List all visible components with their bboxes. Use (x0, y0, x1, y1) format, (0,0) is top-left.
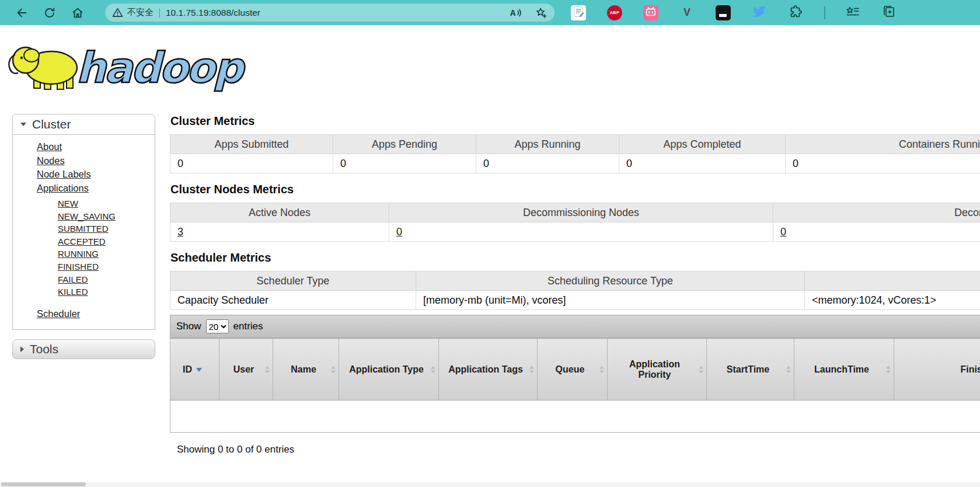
col-application-type[interactable]: Application Type (339, 339, 439, 401)
sidebar: Cluster About Nodes Node Labels Applicat… (12, 114, 155, 359)
sidebar-item-about[interactable]: About (37, 140, 155, 154)
col-finishtime[interactable]: FinishTime (894, 339, 980, 401)
screen-extension-button[interactable] (716, 5, 731, 20)
bilibili-extension-icon (644, 5, 657, 20)
minimum-allocation-value: <memory:1024, vCores:1> (805, 291, 980, 310)
extensions-row: ABP V (571, 5, 918, 20)
collections-button[interactable] (881, 5, 897, 20)
sidebar-item-killed[interactable]: KILLED (58, 286, 155, 298)
v-extension-button[interactable]: V (679, 5, 695, 20)
address-divider (159, 8, 160, 18)
horizontal-scrollbar-thumb[interactable] (1, 482, 86, 486)
decommissioning-nodes-link[interactable]: 0 (396, 226, 402, 238)
url-text: 10.1.75.19:8088/cluster (166, 8, 260, 18)
add-favorite-button[interactable] (535, 6, 547, 19)
apps-running-value: 0 (476, 154, 619, 173)
bilibili-extension-button[interactable] (643, 5, 658, 20)
col-user[interactable]: User (219, 339, 273, 401)
col-apps-submitted: Apps Submitted (170, 135, 333, 154)
cluster-nodes-metrics-table: Active Nodes Decommissioning Nodes Decom… (170, 203, 980, 242)
page-size-select[interactable]: 20 (206, 319, 229, 333)
active-nodes-link[interactable]: 3 (177, 226, 183, 238)
col-decommissioned-nodes: Decommissioned Nodes (773, 203, 980, 222)
col-queue[interactable]: Queue (538, 339, 608, 401)
col-application-priority[interactable]: Application Priority (608, 339, 707, 401)
sort-both-icon (886, 366, 891, 373)
chevron-down-icon (20, 123, 26, 126)
applications-table-container: Show 20 entries ID User (170, 315, 980, 455)
cluster-section-title: Cluster (32, 117, 71, 131)
empty-table-cell (170, 401, 980, 433)
col-name[interactable]: Name (273, 339, 339, 401)
sidebar-item-submitted[interactable]: SUBMITTED (58, 222, 155, 235)
scheduler-type-value: Capacity Scheduler (170, 291, 416, 310)
col-minimum-allocation: Minimum Allocation (805, 272, 980, 291)
collections-icon (882, 5, 896, 21)
read-aloud-icon: A (510, 8, 516, 17)
sidebar-item-node-labels[interactable]: Node Labels (37, 168, 155, 182)
table-row: Capacity Scheduler [memory-mb (unit=Mi),… (170, 291, 980, 310)
apps-pending-value: 0 (333, 154, 476, 173)
scheduler-metrics-table: Scheduler Type Scheduling Resource Type … (170, 271, 980, 310)
screen-extension-icon (719, 14, 727, 17)
bird-extension-button[interactable] (752, 5, 767, 20)
sidebar-item-new-saving[interactable]: NEW_SAVING (58, 210, 155, 223)
sidebar-item-applications[interactable]: Applications (37, 182, 155, 196)
security-label: 不安全 (127, 7, 154, 18)
table-header-row: ID User Name Application Type (170, 339, 980, 401)
table-info-text: Showing 0 to 0 of 0 entries (170, 444, 980, 455)
hadoop-elephant-icon (9, 47, 77, 89)
scheduling-resource-type-value: [memory-mb (unit=Mi), vcores] (416, 291, 805, 310)
sidebar-item-scheduler[interactable]: Scheduler (37, 307, 155, 321)
table-header-row: Active Nodes Decommissioning Nodes Decom… (170, 203, 980, 222)
application-states-list: NEW NEW_SAVING SUBMITTED ACCEPTED RUNNIN… (58, 197, 155, 298)
hadoop-logo: hadoop (6, 36, 260, 96)
adblock-plus-extension-button[interactable]: ABP (607, 5, 622, 20)
sidebar-item-running[interactable]: RUNNING (58, 248, 155, 260)
doc-extension-icon (571, 5, 585, 21)
back-button[interactable] (15, 6, 28, 19)
read-aloud-button[interactable]: A (509, 6, 522, 19)
col-launchtime[interactable]: LaunchTime (794, 339, 894, 401)
doc-extension-button[interactable] (571, 5, 586, 20)
address-bar[interactable]: 不安全 10.1.75.19:8088/cluster A (105, 4, 554, 22)
col-application-type-label: Application Type (349, 364, 424, 374)
extensions-menu-button[interactable] (788, 5, 803, 20)
col-containers-running: Containers Running (786, 135, 980, 154)
col-apps-pending: Apps Pending (333, 135, 476, 154)
decommissioned-nodes-link[interactable]: 0 (780, 226, 786, 238)
refresh-button[interactable] (43, 6, 56, 19)
sidebar-item-finished[interactable]: FINISHED (58, 260, 155, 273)
sidebar-item-nodes[interactable]: Nodes (37, 154, 155, 168)
home-icon (71, 6, 84, 19)
empty-table-row (170, 401, 980, 433)
not-secure-warning-icon (112, 7, 123, 18)
col-launchtime-label: LaunchTime (814, 364, 869, 374)
back-icon (15, 6, 28, 19)
extensions-puzzle-icon (789, 5, 803, 21)
sort-both-icon (699, 366, 703, 373)
sidebar-item-failed[interactable]: FAILED (58, 273, 155, 286)
col-id[interactable]: ID (170, 339, 219, 401)
sidebar-section-tools[interactable]: Tools (12, 339, 155, 359)
applications-table: ID User Name Application Type (170, 338, 980, 433)
favorites-bar-button[interactable] (845, 5, 860, 20)
horizontal-scrollbar-track[interactable] (0, 482, 980, 487)
chevron-right-icon (20, 346, 24, 352)
col-active-nodes: Active Nodes (170, 203, 389, 222)
sidebar-item-new[interactable]: NEW (58, 197, 155, 210)
sidebar-section-cluster[interactable]: Cluster (12, 114, 155, 135)
col-scheduler-type: Scheduler Type (170, 272, 416, 291)
col-starttime[interactable]: StartTime (707, 339, 794, 401)
scheduler-metrics-title: Scheduler Metrics (170, 251, 980, 265)
sidebar-item-accepted[interactable]: ACCEPTED (58, 235, 155, 248)
sort-both-icon (265, 366, 270, 373)
tools-section-title: Tools (30, 342, 58, 356)
col-application-tags[interactable]: Application Tags (439, 339, 538, 401)
table-row: 3 0 0 (170, 222, 980, 242)
browser-toolbar: 不安全 10.1.75.19:8088/cluster A ABP V (0, 0, 980, 25)
toolbar-divider (824, 6, 825, 19)
table-length-toolbar: Show 20 entries (170, 315, 980, 338)
sort-desc-icon (196, 368, 202, 372)
home-button[interactable] (71, 6, 84, 19)
